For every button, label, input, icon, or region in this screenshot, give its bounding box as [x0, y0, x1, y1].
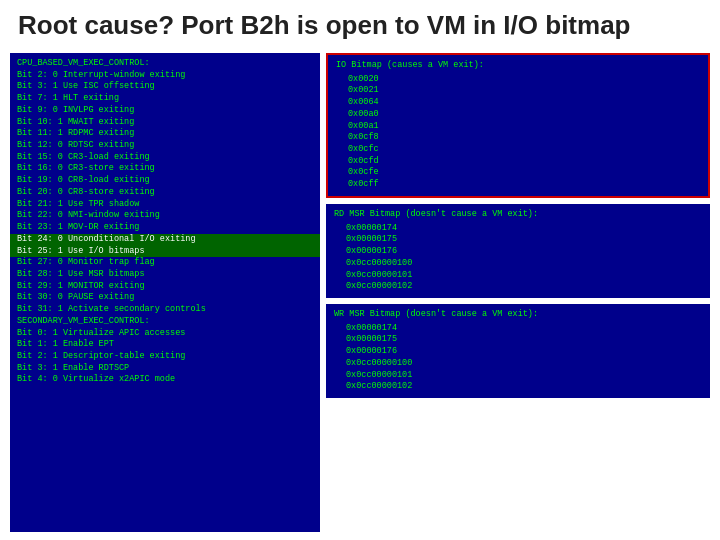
wr-msr-box: WR MSR Bitmap (doesn't cause a VM exit):… [326, 304, 710, 398]
io-bitmap-value: 0x0cfd [336, 156, 700, 168]
io-bitmap-value: 0x0020 [336, 74, 700, 86]
code-line: Bit 12: 0 RDTSC exiting [17, 140, 313, 152]
wr-msr-value: 0x0cc00000102 [334, 381, 702, 393]
rd-msr-box: RD MSR Bitmap (doesn't cause a VM exit):… [326, 204, 710, 298]
slide-title: Root cause? Port B2h is open to VM in I/… [18, 10, 631, 40]
highlight-line: Bit 24: 0 Unconditional I/O exiting [10, 234, 320, 246]
code-line: Bit 21: 1 Use TPR shadow [17, 199, 313, 211]
io-bitmap-value: 0x0cfe [336, 167, 700, 179]
content-area: CPU_BASED_VM_EXEC_CONTROL: Bit 2: 0 Inte… [0, 49, 720, 540]
io-bitmap-value: 0x00a0 [336, 109, 700, 121]
rd-msr-header: RD MSR Bitmap (doesn't cause a VM exit): [334, 209, 702, 221]
highlight-line: Bit 25: 1 Use I/O bitmaps [10, 246, 320, 258]
code-line: Bit 31: 1 Activate secondary controls [17, 304, 313, 316]
code-line: Bit 28: 1 Use MSR bitmaps [17, 269, 313, 281]
io-bitmap-value: 0x00a1 [336, 121, 700, 133]
code-line: Bit 3: 1 Enable RDTSCP [17, 363, 313, 375]
io-bitmap-value: 0x0cff [336, 179, 700, 191]
wr-msr-value: 0x0cc00000100 [334, 358, 702, 370]
rd-msr-value: 0x00000176 [334, 246, 702, 258]
code-line: Bit 20: 0 CR8-store exiting [17, 187, 313, 199]
wr-msr-value: 0x00000174 [334, 323, 702, 335]
code-line: Bit 29: 1 MONITOR exiting [17, 281, 313, 293]
code-line: Bit 27: 0 Monitor trap flag [17, 257, 313, 269]
rd-msr-value: 0x00000175 [334, 234, 702, 246]
right-panel: IO Bitmap (causes a VM exit): 0x00200x00… [326, 53, 710, 532]
rd-msr-value: 0x0cc00000102 [334, 281, 702, 293]
code-line: CPU_BASED_VM_EXEC_CONTROL: [17, 58, 313, 70]
code-line: SECONDARY_VM_EXEC_CONTROL: [17, 316, 313, 328]
wr-msr-value: 0x00000175 [334, 334, 702, 346]
wr-msr-value: 0x0cc00000101 [334, 370, 702, 382]
rd-msr-values: 0x000001740x000001750x000001760x0cc00000… [334, 223, 702, 293]
code-line: Bit 23: 1 MOV-DR exiting [17, 222, 313, 234]
wr-msr-header: WR MSR Bitmap (doesn't cause a VM exit): [334, 309, 702, 321]
code-line: Bit 11: 1 RDPMC exiting [17, 128, 313, 140]
title-bar: Root cause? Port B2h is open to VM in I/… [0, 0, 720, 49]
code-line: Bit 15: 0 CR3-load exiting [17, 152, 313, 164]
code-line: Bit 9: 0 INVLPG exiting [17, 105, 313, 117]
io-bitmap-header: IO Bitmap (causes a VM exit): [336, 60, 700, 72]
io-bitmap-value: 0x0064 [336, 97, 700, 109]
code-line: Bit 7: 1 HLT exiting [17, 93, 313, 105]
io-bitmap-value: 0x0021 [336, 85, 700, 97]
code-line: Bit 4: 0 Virtualize x2APIC mode [17, 374, 313, 386]
io-bitmap-box: IO Bitmap (causes a VM exit): 0x00200x00… [326, 53, 710, 198]
code-line: Bit 2: 1 Descriptor-table exiting [17, 351, 313, 363]
io-bitmap-values: 0x00200x00210x00640x00a00x00a10x0cf80x0c… [336, 74, 700, 191]
code-line: Bit 3: 1 Use ISC offsetting [17, 81, 313, 93]
rd-msr-value: 0x00000174 [334, 223, 702, 235]
code-line: Bit 0: 1 Virtualize APIC accesses [17, 328, 313, 340]
rd-msr-value: 0x0cc00000100 [334, 258, 702, 270]
wr-msr-values: 0x000001740x000001750x000001760x0cc00000… [334, 323, 702, 393]
io-bitmap-value: 0x0cfc [336, 144, 700, 156]
code-line: Bit 1: 1 Enable EPT [17, 339, 313, 351]
code-line: Bit 19: 0 CR8-load exiting [17, 175, 313, 187]
code-line: Bit 30: 0 PAUSE exiting [17, 292, 313, 304]
left-panel: CPU_BASED_VM_EXEC_CONTROL: Bit 2: 0 Inte… [10, 53, 320, 532]
io-bitmap-value: 0x0cf8 [336, 132, 700, 144]
slide: Root cause? Port B2h is open to VM in I/… [0, 0, 720, 540]
rd-msr-value: 0x0cc00000101 [334, 270, 702, 282]
wr-msr-value: 0x00000176 [334, 346, 702, 358]
code-line: Bit 22: 0 NMI-window exiting [17, 210, 313, 222]
code-line: Bit 10: 1 MWAIT exiting [17, 117, 313, 129]
code-line: Bit 2: 0 Interrupt-window exiting [17, 70, 313, 82]
code-line: Bit 16: 0 CR3-store exiting [17, 163, 313, 175]
